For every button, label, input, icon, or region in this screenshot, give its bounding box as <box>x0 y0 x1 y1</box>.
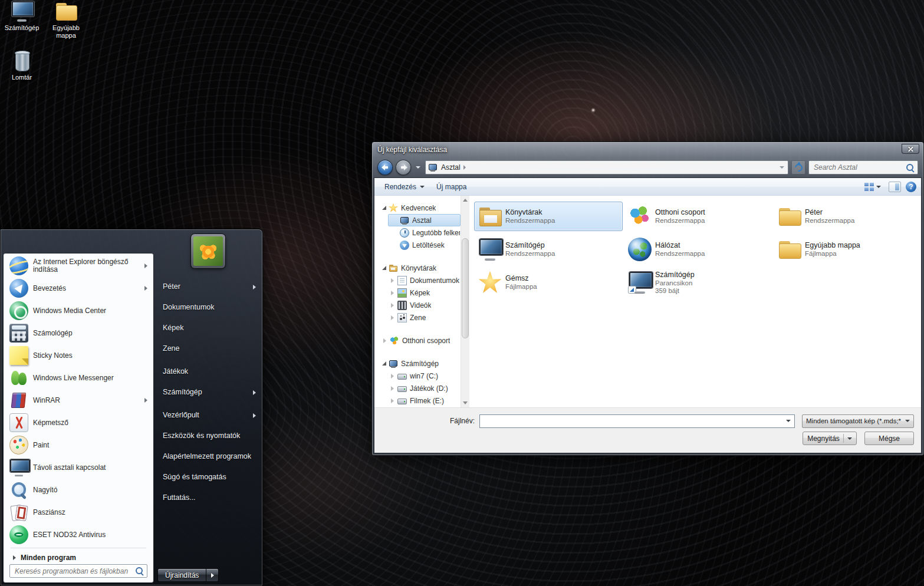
file-item-network[interactable]: Hálózat Rendszermappa <box>624 235 772 264</box>
sidebar-item-documents[interactable]: Dokumentumok <box>388 274 461 287</box>
dialog-titlebar[interactable]: Új képfájl kiválasztása <box>374 142 922 157</box>
sidebar-item-pictures[interactable]: Képek <box>388 287 461 299</box>
startmenu-item-winrar[interactable]: WinRAR <box>5 389 152 411</box>
refresh-button[interactable] <box>791 160 805 175</box>
scrollbar-thumb[interactable] <box>462 238 469 338</box>
help-button[interactable]: ? <box>906 182 916 192</box>
sidebar-item-recent-places[interactable]: Legutóbb felkere <box>388 226 461 239</box>
search-box[interactable] <box>808 160 918 175</box>
startmenu-item-calculator[interactable]: Számológép <box>5 322 152 344</box>
address-bar[interactable]: Asztal <box>425 160 788 175</box>
file-item-computer[interactable]: Számítógép Rendszermappa <box>474 235 623 264</box>
expand-icon[interactable] <box>391 399 394 403</box>
desktop-icon-label: Lomtár <box>1 74 42 81</box>
sidebar-scrollbar[interactable] <box>461 196 469 407</box>
startmenu-item-default-programs[interactable]: Alapértelmezett programok <box>154 446 262 467</box>
restart-button[interactable]: Újraindítás <box>157 568 206 582</box>
scroll-down-button[interactable] <box>461 399 469 407</box>
start-menu-programs-panel: Az Internet Explorer böngésző indítása B… <box>3 253 154 583</box>
expand-icon[interactable] <box>391 303 394 308</box>
file-item-computer-shortcut[interactable]: Számítógép Parancsikon 359 bájt <box>624 268 772 297</box>
file-item-homegroup[interactable]: Otthoni csoport Rendszermappa <box>624 202 772 231</box>
sidebar-section-libraries[interactable]: Könyvtárak <box>380 262 461 274</box>
startmenu-item-music[interactable]: Zene <box>154 338 262 359</box>
startmenu-item-documents[interactable]: Dokumentumok <box>154 297 262 318</box>
startmenu-item-eset[interactable]: ESET NOD32 Antivirus <box>5 524 152 546</box>
search-input[interactable] <box>814 163 906 172</box>
desktop-icon-recycle-bin[interactable]: Lomtár <box>1 50 42 81</box>
filename-dropdown-icon[interactable] <box>786 420 791 422</box>
sidebar-section-homegroup[interactable]: Otthoni csoport <box>380 334 461 347</box>
startmenu-item-control-panel[interactable]: Vezérlőpult <box>154 405 262 426</box>
startmenu-item-magnifier[interactable]: Nagyító <box>5 479 152 501</box>
scroll-up-button[interactable] <box>461 196 469 205</box>
sidebar-section-computer[interactable]: Számítógép <box>380 357 461 370</box>
organize-menu-button[interactable]: Rendezés <box>379 180 430 193</box>
sidebar-item-music[interactable]: Zene <box>388 311 461 324</box>
command-bar: Rendezés Új mappa ? <box>374 178 921 196</box>
file-item-folder[interactable]: Egyújabb mappa Fájlmappa <box>774 235 921 264</box>
breadcrumb[interactable]: Asztal <box>441 163 461 172</box>
sidebar-item-desktop[interactable]: Asztal <box>388 214 461 226</box>
desktop-icon-folder[interactable]: Egyújabb mappa <box>45 0 87 39</box>
recent-pages-dropdown[interactable] <box>414 161 422 174</box>
startmenu-item-solitaire[interactable]: Pasziánsz <box>5 501 152 524</box>
expand-icon[interactable] <box>391 374 394 378</box>
sidebar-item-videos[interactable]: Videók <box>388 299 461 311</box>
collapse-icon[interactable] <box>382 361 386 366</box>
startmenu-item-messenger[interactable]: Windows Live Messenger <box>5 367 152 389</box>
sidebar-item-drive-d[interactable]: Játékok (D:) <box>388 382 461 394</box>
cancel-button[interactable]: Mégse <box>864 432 914 445</box>
address-history-dropdown-icon[interactable] <box>780 166 784 169</box>
filetype-select[interactable]: Minden támogatott kép (*.mds;* <box>802 414 914 428</box>
change-view-button[interactable] <box>861 181 884 193</box>
sidebar-section-favorites[interactable]: Kedvencek <box>380 202 461 214</box>
expand-icon[interactable] <box>383 338 386 343</box>
new-folder-button[interactable]: Új mappa <box>431 180 472 193</box>
startmenu-item-getting-started[interactable]: Bevezetés <box>5 277 152 299</box>
back-button[interactable] <box>377 160 393 175</box>
forward-button[interactable] <box>396 160 411 175</box>
eset-icon <box>9 525 28 544</box>
collapse-icon[interactable] <box>382 206 386 210</box>
startmenu-item-pictures[interactable]: Képek <box>154 318 262 338</box>
startmenu-item-internet-explorer[interactable]: Az Internet Explorer böngésző indítása <box>5 255 152 277</box>
startmenu-item-run[interactable]: Futtatás... <box>154 488 262 508</box>
file-item-star[interactable]: Gémsz Fájlmappa <box>474 268 623 297</box>
startmenu-item-sticky-notes[interactable]: Sticky Notes <box>5 344 152 367</box>
shutdown-options-button[interactable] <box>206 568 219 582</box>
start-search-box[interactable] <box>9 564 147 578</box>
startmenu-item-remote-desktop[interactable]: Távoli asztali kapcsolat <box>5 456 152 479</box>
startmenu-item-computer[interactable]: Számítógép <box>154 382 262 403</box>
open-dropdown-icon[interactable] <box>847 437 852 440</box>
startmenu-item-snipping-tool[interactable]: Képmetsző <box>5 411 152 434</box>
sidebar-item-downloads[interactable]: Letöltések <box>388 239 461 251</box>
start-search-input[interactable] <box>15 567 135 575</box>
expand-icon[interactable] <box>391 291 394 295</box>
breadcrumb-chevron-icon[interactable] <box>463 165 466 170</box>
expand-icon[interactable] <box>391 278 394 283</box>
file-item-libraries[interactable]: Könyvtárak Rendszermappa <box>474 202 623 231</box>
file-name: Számítógép <box>655 271 695 279</box>
startmenu-item-games[interactable]: Játékok <box>154 361 262 382</box>
preview-pane-button[interactable] <box>889 182 901 192</box>
startmenu-item-paint[interactable]: Paint <box>5 434 152 456</box>
desktop-icon-computer[interactable]: Számítógép <box>1 0 42 32</box>
expand-icon[interactable] <box>391 315 394 320</box>
open-button[interactable]: Megnyitás <box>803 432 857 445</box>
filename-input[interactable] <box>484 417 784 425</box>
startmenu-item-media-center[interactable]: Windows Media Center <box>5 299 152 322</box>
startmenu-item-help-support[interactable]: Súgó és támogatás <box>154 467 262 488</box>
file-item-user-folder[interactable]: Péter Rendszermappa <box>774 202 921 231</box>
all-programs-button[interactable]: Minden program <box>5 550 152 565</box>
startmenu-item-devices-printers[interactable]: Eszközök és nyomtatók <box>154 426 262 446</box>
user-avatar[interactable] <box>191 234 225 268</box>
expand-icon[interactable] <box>391 386 394 391</box>
startmenu-item-user-folder[interactable]: Péter <box>154 276 262 297</box>
sidebar-item-drive-c[interactable]: win7 (C:) <box>388 370 461 382</box>
dialog-title: Új képfájl kiválasztása <box>374 146 447 154</box>
sidebar-item-drive-e[interactable]: Filmek (E:) <box>388 394 461 407</box>
filename-field[interactable] <box>479 414 795 428</box>
close-button[interactable] <box>902 144 919 154</box>
collapse-icon[interactable] <box>382 266 386 270</box>
